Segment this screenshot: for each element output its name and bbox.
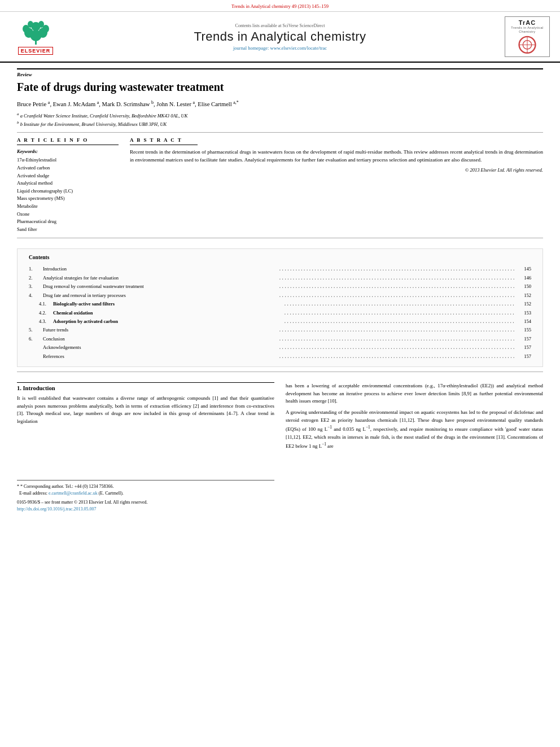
contents-label-4-2: Chemical oxidation [53,309,282,317]
elsevier-logo-area: ELSEVIER [10,19,61,55]
journal-header: ELSEVIER Contents lists available at Sci… [0,12,560,63]
intro-right-para2: A growing understanding of the possible … [286,409,543,451]
trac-logo-subtext: Trends in AnalyticalChemistry [511,26,544,34]
contents-label-ref: References [43,352,277,360]
keywords-list: 17α-Ethinylestradiol Activated carbon Ac… [17,156,119,233]
keyword-7: Metabolite [17,203,119,211]
contents-item-ack: Acknowledgements .......................… [29,343,531,351]
keyword-9: Pharmaceutical drug [17,218,119,226]
contents-num-5: 5. [29,326,43,334]
contents-page-4-3: 154 [514,317,531,325]
contents-page-4-2: 153 [514,309,531,317]
authors-text: Bruce Petrie a, Ewan J. McAdam a, Mark D… [17,101,239,107]
contents-num-3: 3. [29,282,43,290]
contents-label-2: Analytical strategies for fate evaluatio… [43,274,277,282]
main-content: Review Fate of drugs during wastewater t… [0,63,560,518]
intro-right-para1: has been a lowering of acceptable enviro… [286,382,543,405]
divider-3 [17,372,543,372]
footnotes-area: * * Corresponding author. Tel.: +44 (0) … [17,480,274,497]
abstract-text: Recent trends in the determination of ph… [130,148,543,164]
divider-1 [17,132,543,133]
intro-left-column: 1. Introduction It is well established t… [17,382,274,513]
contents-page-6: 157 [514,335,531,343]
contents-num-4-1: 4.1. [39,300,53,308]
keyword-2: Activated carbon [17,164,119,172]
contents-item-5: 5. Future trends .......................… [29,326,531,334]
keyword-8: Ozone [17,211,119,219]
article-info-title: A R T I C L E I N F O [17,137,119,145]
contents-label-ack: Acknowledgements [43,343,277,351]
contents-label-4: Drug fate and removal in tertiary proces… [43,291,277,299]
top-ref-text: Trends in Analytical chemistry 49 (2013)… [231,3,329,9]
contents-title: Contents [29,255,531,260]
authors-line: Bruce Petrie a, Ewan J. McAdam a, Mark D… [17,99,543,108]
article-info-abstract: A R T I C L E I N F O Keywords: 17α-Ethi… [17,137,543,233]
contents-item-1: 1. Introduction ........................… [29,265,531,273]
introduction-section: 1. Introduction It is well established t… [17,382,543,513]
journal-homepage: journal homepage: www.elsevier.com/locat… [61,45,499,51]
footnote-corresponding: * * Corresponding author. Tel.: +44 (0) … [17,483,274,490]
contents-item-4-1: 4.1. Biologically-active sand filters ..… [39,300,531,308]
contents-page-3: 150 [514,282,531,290]
affiliation-a: a a Cranfield Water Science Institute, C… [17,111,543,120]
keyword-4: Analytical method [17,180,119,187]
footnote-doi: http://dx.doi.org/10.1016/j.trac.2013.05… [17,506,274,513]
intro-left-para1: It is well established that wastewater c… [17,395,274,426]
elsevier-label: ELSEVIER [18,47,54,55]
trac-logo-text: TrAC [519,19,536,26]
footnote-copyright: 0165-9936/$ – see front matter © 2013 El… [17,499,274,506]
affiliation-b: b b Institute for the Environment, Brune… [17,120,543,128]
divider-2 [17,238,543,238]
contents-item-6: 6. Conclusion ..........................… [29,335,531,343]
contents-item-4: 4. Drug fate and removal in tertiary pro… [29,291,531,299]
contents-num-4: 4. [29,291,43,299]
trac-logo-area: TrAC Trends in AnalyticalChemistry [499,16,550,57]
contents-item-4-3: 4.3. Adsorption by activated carbon ....… [39,317,531,325]
contents-page-1: 145 [514,265,531,273]
contents-label-5: Future trends [43,326,277,334]
contents-item-2: 2. Analytical strategies for fate evalua… [29,274,531,282]
abstract-title: A B S T R A C T [130,137,198,145]
contents-label-1: Introduction [43,265,277,273]
contents-num-6: 6. [29,335,43,343]
contents-page-2: 146 [514,274,531,282]
intro-right-column: has been a lowering of acceptable enviro… [286,382,543,513]
keyword-6: Mass spectrometry (MS) [17,195,119,203]
top-reference: Trends in Analytical chemistry 49 (2013)… [0,0,560,12]
contents-page-4: 152 [514,291,531,299]
keyword-10: Sand filter [17,226,119,234]
contents-num-4-3: 4.3. [39,317,53,325]
keywords-label: Keywords: [17,148,119,154]
abstract-copyright: © 2013 Elsevier Ltd. All rights reserved… [130,167,543,173]
article-info-section: A R T I C L E I N F O Keywords: 17α-Ethi… [17,137,119,233]
contents-page-4-1: 152 [514,300,531,308]
contents-item-ref: References .............................… [29,352,531,360]
page: Trends in Analytical chemistry 49 (2013)… [0,0,560,747]
contents-item-4-2: 4.2. Chemical oxidation ................… [39,309,531,317]
contents-label-4-1: Biologically-active sand filters [53,300,282,308]
journal-header-center: Contents lists available at SciVerse Sci… [61,23,499,51]
contents-page-ref: 157 [514,352,531,360]
intro-heading: 1. Introduction [17,382,274,391]
keyword-5: Liquid chromatography (LC) [17,187,119,195]
review-tag: Review [17,68,543,77]
svg-point-8 [38,21,44,28]
svg-point-7 [28,21,33,28]
contents-num-ref [29,352,43,360]
contents-num-2: 2. [29,274,43,282]
contents-section: Contents 1. Introduction ...............… [17,248,543,367]
footnote-email: E-mail address: e.cartmell@cranfield.ac.… [17,490,274,497]
contents-label-4-3: Adsorption by activated carbon [53,317,282,325]
contents-num-4-2: 4.2. [39,309,53,317]
journal-title: Trends in Analytical chemistry [61,29,499,44]
abstract-section: A B S T R A C T Recent trends in the det… [130,137,543,233]
contents-label-3: Drug removal by conventional wastewater … [43,282,277,290]
contents-label-6: Conclusion [43,335,277,343]
affiliations: a a Cranfield Water Science Institute, C… [17,111,543,128]
keyword-1: 17α-Ethinylestradiol [17,156,119,164]
trac-logo-box: TrAC Trends in AnalyticalChemistry [505,16,550,57]
contents-item-3: 3. Drug removal by conventional wastewat… [29,282,531,290]
article-title: Fate of drugs during wastewater treatmen… [17,80,543,94]
contents-page-ack: 157 [514,343,531,351]
elsevier-tree-icon [20,19,51,46]
